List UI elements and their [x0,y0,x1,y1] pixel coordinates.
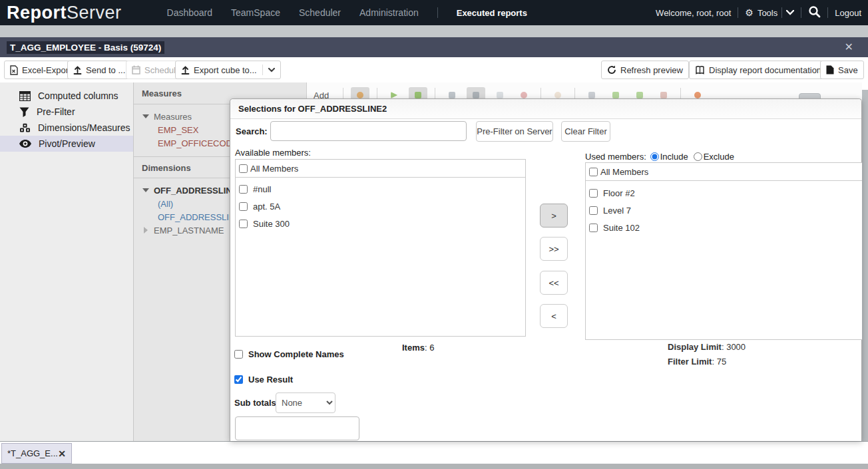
filter-limit: Filter Limit: 75 [668,357,726,367]
items-count: Items: 6 [402,343,434,353]
save-button[interactable]: Save [820,61,864,79]
filter-limit-label: Filter Limit [668,357,712,367]
close-icon[interactable]: ✕ [845,41,853,53]
exclude-radio[interactable] [694,152,702,161]
sidebar-item-computed-columns[interactable]: Computed columns [0,88,133,104]
app-window: ReportServer Dashboard TeamSpace Schedul… [0,0,868,469]
report-tab[interactable]: *T_AGG_E... ✕ [1,443,72,464]
show-complete-names-checkbox[interactable] [234,350,243,359]
export-cube-button[interactable]: Export cube to... [175,61,281,79]
refresh-icon [607,65,616,75]
used-members-label: Used members: [585,152,646,162]
sub-totals-label: Sub totals [234,398,276,408]
save-icon [826,65,834,75]
list-item-null[interactable]: #null [236,180,525,198]
display-limit-label: Display Limit [668,342,722,352]
search-icon[interactable] [808,5,821,21]
nav-item-dashboard[interactable]: Dashboard [167,7,213,18]
logout-link[interactable]: Logout [835,8,861,18]
background-strip [0,25,868,37]
measure-emp-officecode[interactable]: EMP_OFFICECODE [134,138,238,148]
excel-export-label: Excel-Export [22,65,71,75]
logo-light: Server [67,3,122,23]
include-radio[interactable] [650,152,659,161]
sidebar-item-pre-filter[interactable]: Pre-Filter [0,104,133,120]
list-item-floor-2[interactable]: Floor #2 [586,184,862,202]
list-item-label: #null [253,184,271,194]
remove-all-button[interactable]: << [540,271,568,295]
member-checkbox[interactable] [589,224,598,232]
refresh-preview-button[interactable]: Refresh preview [601,61,689,79]
add-selected-button[interactable]: > [540,204,568,228]
dimension-level-off-addressline[interactable]: OFF_ADDRESSLINE [134,212,241,222]
member-checkbox[interactable] [589,206,598,215]
nav-item-administration[interactable]: Administration [359,7,419,18]
prefilter-server-button[interactable]: Pre-Filter on Server [476,121,553,142]
include-label[interactable]: Include [660,152,688,162]
nav-item-executed-reports[interactable]: Executed reports [457,8,527,18]
search-label: Search: [236,126,268,136]
sidebar-item-label: Pivot/Preview [39,138,95,149]
sidebar-item-label: Dimensions/Measures [38,122,130,133]
calendar-icon [132,65,140,75]
add-all-button[interactable]: >> [540,237,568,261]
nav-divider [437,7,438,18]
list-item-apt-5a[interactable]: apt. 5A [236,198,525,215]
use-result-option[interactable]: Use Result [234,375,293,385]
member-checkbox[interactable] [239,185,248,194]
use-result-label: Use Result [248,375,293,385]
all-members-checkbox[interactable] [589,168,598,176]
clear-filter-button[interactable]: Clear Filter [561,121,610,142]
sidebar-item-dimensions-measures[interactable]: Dimensions/Measures [0,120,133,136]
caret-down-icon[interactable] [142,188,149,192]
chevron-down-icon[interactable] [786,10,794,15]
list-item-label: apt. 5A [253,202,280,212]
used-members-list: All Members Floor #2 Level 7 Suite 102 [585,162,862,340]
chevron-down-icon[interactable] [268,68,275,73]
close-tab-icon[interactable]: ✕ [58,448,66,459]
member-checkbox[interactable] [589,189,598,198]
show-complete-names-option[interactable]: Show Complete Names [234,349,344,359]
member-checkbox[interactable] [239,202,248,211]
tree-node-label: Measures [154,112,192,122]
export-cube-label: Export cube to... [194,65,257,75]
nav-divider [781,7,782,18]
list-item-level-7[interactable]: Level 7 [586,202,862,219]
all-members-checkbox[interactable] [239,164,248,173]
available-members-label: Available members: [235,148,311,158]
report-tab-label: *T_AGG_E... [7,448,58,458]
exclude-label[interactable]: Exclude [704,152,734,162]
list-item-all-members[interactable]: All Members [586,163,862,181]
cubes-icon [19,123,31,133]
sub-totals-select[interactable]: None [276,392,335,413]
caret-right-icon[interactable] [144,227,148,234]
refresh-preview-label: Refresh preview [620,65,683,75]
sub-totals-value-box[interactable] [235,416,359,440]
excel-file-icon [10,65,18,75]
sidebar-item-pivot-preview[interactable]: Pivot/Preview [0,136,133,152]
reportserver-logo[interactable]: ReportServer [7,3,122,23]
list-item-suite-102[interactable]: Suite 102 [586,219,862,236]
background-strip [0,464,868,469]
measure-emp-sex[interactable]: EMP_SEX [134,125,198,135]
sidebar-item-label: Pre-Filter [37,106,75,117]
member-checkbox[interactable] [239,220,248,228]
display-documentation-button[interactable]: Display report documentation [689,61,827,79]
list-item-all-members[interactable]: All Members [236,160,525,178]
display-limit-value: : 3000 [722,342,746,352]
book-icon [695,66,705,75]
search-input[interactable] [270,121,467,141]
dimension-level-all[interactable]: (All) [134,199,173,209]
tools-menu[interactable]: ⚙ Tools [745,7,794,18]
caret-down-icon[interactable] [142,114,149,118]
nav-item-teamspace[interactable]: TeamSpace [231,7,280,18]
use-result-checkbox[interactable] [234,375,243,384]
bottom-tabbar: *T_AGG_E... ✕ [0,441,868,464]
list-item-suite-300[interactable]: Suite 300 [236,215,525,232]
table-grid-icon [19,91,31,101]
selections-dialog: Selections for OFF_ADDRESSLINE2 Search: … [230,98,862,441]
sidebar-item-label: Computed columns [38,90,118,101]
vertical-scrollbar[interactable] [862,90,868,441]
remove-selected-button[interactable]: < [540,304,568,328]
nav-item-scheduler[interactable]: Scheduler [299,7,341,18]
